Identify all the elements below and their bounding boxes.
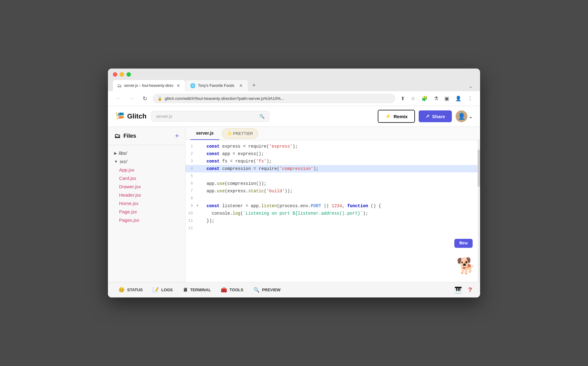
editor-tab-server-js[interactable]: server.js	[190, 127, 219, 140]
share-page-button[interactable]: ⬆	[398, 94, 407, 103]
flask-button[interactable]: ⚗	[431, 94, 441, 103]
file-card-jsx[interactable]: Card.jsx	[108, 174, 185, 182]
line-num-6: 6	[185, 180, 197, 187]
tab-favicon-1: 🗂	[117, 83, 122, 88]
code-line-5: 5	[185, 172, 480, 180]
header-actions: ⚡ Remix ↗ Share 👤 ⌄	[378, 110, 473, 123]
glitch-logo-text: Glitch	[127, 112, 146, 120]
file-tree: ▶ libs/ ▼ src/ App.jsx Card.jsx Drawer.j…	[108, 145, 185, 282]
tab-close-2[interactable]: ✕	[238, 83, 243, 89]
sidebar-header: 🗂 Files +	[108, 127, 185, 145]
code-line-9: 9 ▼ const listener = app.listen(process.…	[185, 202, 480, 210]
preview-label: PREVIEW	[262, 288, 281, 292]
maximize-window-btn[interactable]	[127, 72, 131, 77]
share-btn-icon: ↗	[425, 114, 430, 119]
nav-actions: ⬆ ☆ 🧩 ⚗ ▣ 👤 ⋮	[398, 94, 475, 103]
editor-tab-bar: server.js ✨ PRETTIER	[185, 127, 480, 140]
project-search-bar[interactable]: server.js 🔍	[151, 111, 269, 122]
menu-button[interactable]: ⋮	[465, 94, 475, 103]
tab-tonys-foods[interactable]: 🌐 Tony's Favorite Foods ✕	[186, 80, 248, 91]
file-home-jsx[interactable]: Home.jsx	[108, 199, 185, 208]
file-pages-jsx[interactable]: Pages.jsx	[108, 216, 185, 224]
avatar: 👤	[456, 110, 467, 122]
address-bar[interactable]: 🔒 glitch.com/edit/#!/foul-heavenly-direc…	[153, 94, 395, 103]
extensions-button[interactable]: 🧩	[419, 94, 430, 103]
logs-button[interactable]: 📝 LOGS	[148, 284, 177, 295]
sidebar: 🗂 Files + ▶ libs/ ▼ src/ App.jsx Card.js…	[108, 127, 185, 282]
folder-arrow-src: ▼	[114, 159, 118, 164]
code-line-12: 12	[185, 225, 480, 232]
line-num-8: 8	[185, 195, 197, 202]
share-button[interactable]: ↗ Share	[419, 110, 452, 122]
tab-close-1[interactable]: ✕	[176, 83, 181, 89]
url-text: glitch.com/edit/#!/foul-heavenly-directi…	[165, 96, 390, 101]
search-icon: 🔍	[259, 114, 265, 119]
code-line-7: 7 app.use(express.static('build'));	[185, 187, 480, 195]
navigation-bar: ← → ↻ 🔒 glitch.com/edit/#!/foul-heavenly…	[108, 91, 480, 106]
remix-btn-label: Remix	[394, 114, 408, 119]
lock-icon: 🔒	[158, 96, 162, 101]
code-line-3: 3 const fs = require('fs');	[185, 158, 480, 165]
files-icon: 🗂	[114, 132, 120, 140]
new-badge[interactable]: New	[454, 239, 473, 248]
close-window-btn[interactable]	[113, 72, 117, 77]
forward-button[interactable]: →	[127, 94, 137, 103]
remix-button[interactable]: ⚡ Remix	[378, 110, 415, 123]
remix-btn-icon: ⚡	[385, 114, 391, 119]
terminal-icon: 🖥	[183, 287, 188, 293]
line-num-12: 12	[185, 225, 197, 232]
terminal-button[interactable]: 🖥 TERMINAL	[178, 285, 215, 295]
tab-server-js[interactable]: 🗂 server.js – foul-heavenly-direc ✕	[113, 80, 185, 91]
file-app-jsx[interactable]: App.jsx	[108, 166, 185, 174]
tab-favicon-2: 🌐	[190, 83, 195, 88]
search-placeholder-text: server.js	[156, 114, 172, 119]
user-avatar-container[interactable]: 👤 ⌄	[456, 110, 473, 122]
tools-button[interactable]: 🧰 TOOLS	[216, 284, 248, 295]
reload-button[interactable]: ↻	[140, 94, 150, 103]
minimize-window-btn[interactable]	[120, 72, 124, 77]
status-icon: 😊	[118, 287, 125, 293]
code-editor[interactable]: 1 const express = require('express'); 2 …	[185, 140, 480, 282]
line-num-3: 3	[185, 158, 197, 165]
tab-title-2: Tony's Favorite Foods	[198, 83, 236, 88]
folder-src[interactable]: ▼ src/	[108, 157, 185, 166]
new-tab-button[interactable]: +	[248, 80, 259, 91]
back-button[interactable]: ←	[113, 94, 123, 103]
piano-button[interactable]: 🎹	[452, 284, 464, 296]
profile-button[interactable]: 👤	[453, 94, 464, 103]
line-content-5	[202, 172, 480, 180]
tools-label: TOOLS	[229, 288, 243, 292]
file-drawer-jsx[interactable]: Drawer.jsx	[108, 182, 185, 191]
sidebar-title-text: Files	[123, 133, 136, 139]
folder-libs[interactable]: ▶ libs/	[108, 149, 185, 157]
glitch-logo-icon: 🎏	[115, 112, 125, 121]
sidebar-toggle-button[interactable]: ▣	[442, 94, 452, 103]
prettier-button[interactable]: ✨ PRETTIER	[222, 128, 258, 139]
avatar-chevron: ⌄	[469, 114, 473, 119]
preview-button[interactable]: 🔍 PREVIEW	[249, 284, 285, 295]
code-line-6: 6 app.use(compression());	[185, 180, 480, 187]
scrollbar[interactable]	[478, 140, 480, 282]
glitch-logo[interactable]: 🎏 Glitch	[115, 112, 146, 121]
line-num-5: 5	[185, 172, 197, 180]
folder-name-libs: libs/	[119, 150, 127, 156]
help-button[interactable]: ?	[466, 284, 474, 295]
line-num-1: 1	[185, 143, 197, 150]
scrollbar-thumb[interactable]	[478, 150, 480, 187]
file-page-jsx[interactable]: Page.jsx	[108, 208, 185, 216]
status-button[interactable]: 😊 STATUS	[114, 284, 147, 295]
file-header-jsx[interactable]: Header.jsx	[108, 191, 185, 199]
line-content-9: const listener = app.listen(process.env.…	[202, 202, 480, 210]
line-num-9: 9	[185, 202, 197, 210]
editor-area: server.js ✨ PRETTIER 1 const express = r…	[185, 127, 480, 282]
add-file-button[interactable]: +	[175, 132, 179, 140]
logs-icon: 📝	[153, 287, 159, 293]
line-num-2: 2	[185, 150, 197, 158]
bottom-right-actions: 🎹 ?	[452, 284, 474, 296]
tab-title-1: server.js – foul-heavenly-direc	[124, 83, 173, 88]
logs-label: LOGS	[161, 288, 173, 292]
tab-list-chevron[interactable]: ⌄	[466, 81, 475, 91]
line-content-8	[202, 195, 480, 202]
bookmark-button[interactable]: ☆	[408, 94, 418, 103]
line-content-2: const app = express();	[202, 150, 480, 158]
